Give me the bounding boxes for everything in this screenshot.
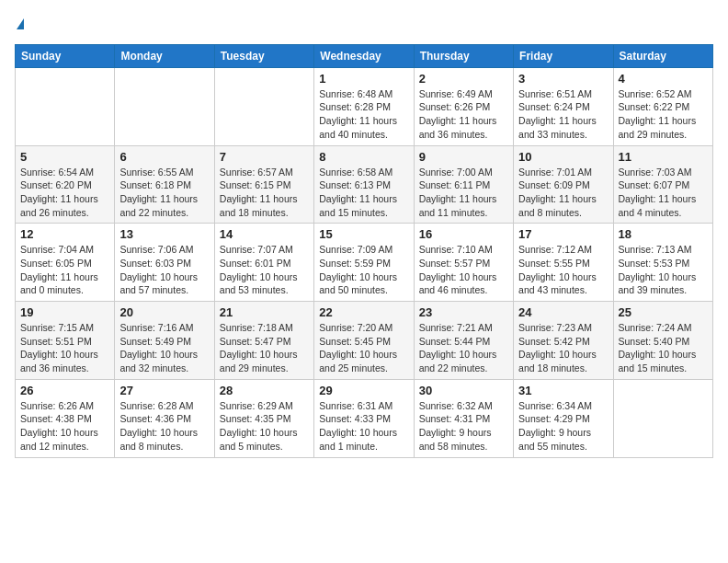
calendar-cell: 4Sunrise: 6:52 AMSunset: 6:22 PMDaylight… bbox=[613, 67, 712, 145]
day-info: Sunrise: 6:52 AMSunset: 6:22 PMDaylight:… bbox=[619, 87, 708, 142]
calendar-cell: 26Sunrise: 6:26 AMSunset: 4:38 PMDayligh… bbox=[16, 379, 115, 457]
day-number: 11 bbox=[619, 150, 708, 164]
day-number: 12 bbox=[20, 227, 109, 241]
day-number: 14 bbox=[220, 227, 309, 241]
calendar-cell bbox=[115, 67, 214, 145]
calendar-cell: 28Sunrise: 6:29 AMSunset: 4:35 PMDayligh… bbox=[214, 379, 313, 457]
calendar-cell: 3Sunrise: 6:51 AMSunset: 6:24 PMDaylight… bbox=[514, 67, 613, 145]
calendar-header-tuesday: Tuesday bbox=[214, 44, 313, 67]
day-info: Sunrise: 6:57 AMSunset: 6:15 PMDaylight:… bbox=[220, 166, 309, 220]
day-number: 6 bbox=[119, 150, 209, 164]
calendar-cell: 7Sunrise: 6:57 AMSunset: 6:15 PMDaylight… bbox=[214, 145, 313, 224]
calendar-table: SundayMondayTuesdayWednesdayThursdayFrid… bbox=[15, 44, 713, 458]
day-number: 18 bbox=[619, 227, 708, 241]
day-number: 20 bbox=[119, 305, 209, 319]
day-number: 23 bbox=[419, 305, 508, 319]
calendar-week-row: 26Sunrise: 6:26 AMSunset: 4:38 PMDayligh… bbox=[16, 379, 713, 457]
calendar-header-friday: Friday bbox=[514, 44, 613, 67]
calendar-cell: 10Sunrise: 7:01 AMSunset: 6:09 PMDayligh… bbox=[514, 145, 613, 224]
calendar-week-row: 19Sunrise: 7:15 AMSunset: 5:51 PMDayligh… bbox=[16, 302, 713, 380]
calendar-cell: 11Sunrise: 7:03 AMSunset: 6:07 PMDayligh… bbox=[613, 145, 712, 224]
day-info: Sunrise: 7:21 AMSunset: 5:44 PMDaylight:… bbox=[419, 321, 508, 375]
day-info: Sunrise: 7:06 AMSunset: 6:03 PMDaylight:… bbox=[119, 243, 209, 297]
day-info: Sunrise: 7:04 AMSunset: 6:05 PMDaylight:… bbox=[20, 243, 109, 297]
calendar-cell bbox=[613, 379, 712, 457]
calendar-cell: 23Sunrise: 7:21 AMSunset: 5:44 PMDayligh… bbox=[414, 302, 513, 380]
day-number: 3 bbox=[518, 72, 608, 86]
calendar-cell: 2Sunrise: 6:49 AMSunset: 6:26 PMDaylight… bbox=[414, 67, 513, 145]
day-number: 9 bbox=[419, 150, 508, 164]
day-number: 25 bbox=[619, 305, 708, 319]
calendar-week-row: 5Sunrise: 6:54 AMSunset: 6:20 PMDaylight… bbox=[16, 145, 713, 224]
calendar-week-row: 1Sunrise: 6:48 AMSunset: 6:28 PMDaylight… bbox=[16, 67, 713, 145]
day-info: Sunrise: 6:32 AMSunset: 4:31 PMDaylight:… bbox=[419, 399, 508, 454]
day-info: Sunrise: 6:48 AMSunset: 6:28 PMDaylight:… bbox=[319, 87, 408, 142]
day-number: 21 bbox=[220, 305, 309, 319]
day-info: Sunrise: 6:49 AMSunset: 6:26 PMDaylight:… bbox=[419, 87, 508, 142]
calendar-cell: 29Sunrise: 6:31 AMSunset: 4:33 PMDayligh… bbox=[314, 379, 414, 457]
day-number: 31 bbox=[518, 384, 608, 397]
day-info: Sunrise: 6:54 AMSunset: 6:20 PMDaylight:… bbox=[20, 166, 109, 220]
day-info: Sunrise: 7:20 AMSunset: 5:45 PMDaylight:… bbox=[319, 321, 408, 375]
calendar-cell: 8Sunrise: 6:58 AMSunset: 6:13 PMDaylight… bbox=[314, 145, 414, 224]
day-info: Sunrise: 7:03 AMSunset: 6:07 PMDaylight:… bbox=[619, 166, 708, 220]
logo-general bbox=[15, 15, 24, 33]
day-info: Sunrise: 7:07 AMSunset: 6:01 PMDaylight:… bbox=[220, 243, 309, 297]
day-number: 5 bbox=[20, 150, 109, 164]
day-number: 24 bbox=[518, 305, 608, 319]
day-number: 27 bbox=[119, 384, 209, 397]
calendar-cell: 17Sunrise: 7:12 AMSunset: 5:55 PMDayligh… bbox=[514, 224, 613, 302]
day-info: Sunrise: 6:26 AMSunset: 4:38 PMDaylight:… bbox=[20, 399, 109, 454]
day-info: Sunrise: 6:34 AMSunset: 4:29 PMDaylight:… bbox=[518, 399, 608, 454]
day-info: Sunrise: 6:31 AMSunset: 4:33 PMDaylight:… bbox=[319, 399, 408, 454]
day-number: 16 bbox=[419, 227, 508, 241]
calendar-week-row: 12Sunrise: 7:04 AMSunset: 6:05 PMDayligh… bbox=[16, 224, 713, 302]
day-number: 15 bbox=[319, 227, 408, 241]
day-number: 13 bbox=[119, 227, 209, 241]
calendar-cell: 31Sunrise: 6:34 AMSunset: 4:29 PMDayligh… bbox=[514, 379, 613, 457]
day-info: Sunrise: 6:29 AMSunset: 4:35 PMDaylight:… bbox=[220, 399, 309, 454]
calendar-cell: 16Sunrise: 7:10 AMSunset: 5:57 PMDayligh… bbox=[414, 224, 513, 302]
calendar-cell bbox=[214, 67, 313, 145]
day-number: 8 bbox=[319, 150, 408, 164]
day-info: Sunrise: 7:10 AMSunset: 5:57 PMDaylight:… bbox=[419, 243, 508, 297]
day-number: 19 bbox=[20, 305, 109, 319]
page-header bbox=[15, 15, 713, 33]
calendar-cell: 27Sunrise: 6:28 AMSunset: 4:36 PMDayligh… bbox=[115, 379, 214, 457]
calendar-cell: 12Sunrise: 7:04 AMSunset: 6:05 PMDayligh… bbox=[16, 224, 115, 302]
day-number: 2 bbox=[419, 72, 508, 86]
day-number: 30 bbox=[419, 384, 508, 397]
calendar-cell: 15Sunrise: 7:09 AMSunset: 5:59 PMDayligh… bbox=[314, 224, 414, 302]
calendar-header-thursday: Thursday bbox=[414, 44, 513, 67]
calendar-cell: 21Sunrise: 7:18 AMSunset: 5:47 PMDayligh… bbox=[214, 302, 313, 380]
day-info: Sunrise: 7:01 AMSunset: 6:09 PMDaylight:… bbox=[518, 166, 608, 220]
day-info: Sunrise: 7:24 AMSunset: 5:40 PMDaylight:… bbox=[619, 321, 708, 375]
calendar-cell: 25Sunrise: 7:24 AMSunset: 5:40 PMDayligh… bbox=[613, 302, 712, 380]
calendar-cell: 22Sunrise: 7:20 AMSunset: 5:45 PMDayligh… bbox=[314, 302, 414, 380]
day-number: 17 bbox=[518, 227, 608, 241]
calendar-cell: 6Sunrise: 6:55 AMSunset: 6:18 PMDaylight… bbox=[115, 145, 214, 224]
calendar-cell: 14Sunrise: 7:07 AMSunset: 6:01 PMDayligh… bbox=[214, 224, 313, 302]
day-info: Sunrise: 7:18 AMSunset: 5:47 PMDaylight:… bbox=[220, 321, 309, 375]
day-number: 1 bbox=[319, 72, 408, 86]
calendar-cell: 20Sunrise: 7:16 AMSunset: 5:49 PMDayligh… bbox=[115, 302, 214, 380]
calendar-header-row: SundayMondayTuesdayWednesdayThursdayFrid… bbox=[16, 44, 713, 67]
day-number: 26 bbox=[20, 384, 109, 397]
day-info: Sunrise: 6:55 AMSunset: 6:18 PMDaylight:… bbox=[119, 166, 209, 220]
day-number: 4 bbox=[619, 72, 708, 86]
calendar-cell: 9Sunrise: 7:00 AMSunset: 6:11 PMDaylight… bbox=[414, 145, 513, 224]
day-info: Sunrise: 6:58 AMSunset: 6:13 PMDaylight:… bbox=[319, 166, 408, 220]
calendar-cell: 13Sunrise: 7:06 AMSunset: 6:03 PMDayligh… bbox=[115, 224, 214, 302]
day-info: Sunrise: 7:23 AMSunset: 5:42 PMDaylight:… bbox=[518, 321, 608, 375]
day-number: 7 bbox=[220, 150, 309, 164]
day-info: Sunrise: 7:09 AMSunset: 5:59 PMDaylight:… bbox=[319, 243, 408, 297]
day-info: Sunrise: 7:12 AMSunset: 5:55 PMDaylight:… bbox=[518, 243, 608, 297]
calendar-cell: 24Sunrise: 7:23 AMSunset: 5:42 PMDayligh… bbox=[514, 302, 613, 380]
day-number: 10 bbox=[518, 150, 608, 164]
day-number: 22 bbox=[319, 305, 408, 319]
logo bbox=[15, 15, 24, 33]
calendar-header-wednesday: Wednesday bbox=[314, 44, 414, 67]
day-info: Sunrise: 7:15 AMSunset: 5:51 PMDaylight:… bbox=[20, 321, 109, 375]
day-number: 29 bbox=[319, 384, 408, 397]
calendar-cell: 19Sunrise: 7:15 AMSunset: 5:51 PMDayligh… bbox=[16, 302, 115, 380]
